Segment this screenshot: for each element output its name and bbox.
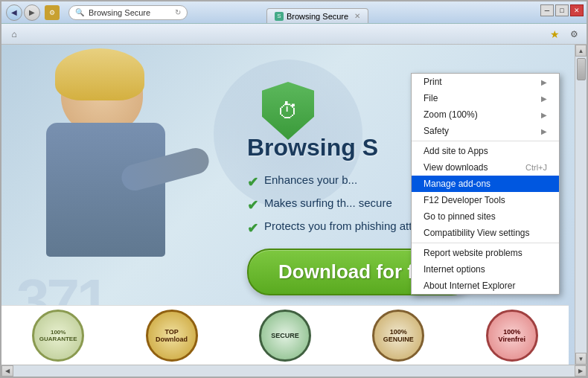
main-content: 371 ⏱	[1, 45, 575, 365]
forward-button[interactable]: ▶	[24, 4, 40, 21]
badge-genuine-label: 100%GENUINE	[383, 328, 414, 343]
menu-item-internet-options[interactable]: Internet options	[412, 261, 559, 278]
window-controls: ─ □ ✕	[540, 4, 584, 16]
badge-secure: SECURE	[259, 310, 311, 362]
scroll-up-button[interactable]: ▲	[575, 45, 587, 57]
badge-virusfrei-label: 100%Virenfrei	[499, 328, 525, 343]
menu-manage-addons-label: Manage add-ons	[424, 179, 490, 189]
address-bar[interactable]: 🔍 Browsing Secure ↻	[68, 5, 188, 20]
minimize-button[interactable]: ─	[540, 4, 554, 16]
back-button[interactable]: ◀	[6, 4, 22, 21]
scroll-track[interactable]	[575, 57, 587, 353]
menu-item-manage-addons[interactable]: Manage add-ons	[412, 176, 559, 192]
tab-favicon: S	[275, 12, 284, 21]
tab-close-button[interactable]: ✕	[354, 12, 360, 20]
menu-view-downloads-shortcut: Ctrl+J	[525, 163, 547, 172]
address-icons: ↻	[175, 8, 181, 16]
badge-genuine: 100%GENUINE	[372, 310, 424, 362]
active-tab[interactable]: S Browsing Secure ✕	[266, 8, 368, 23]
menu-item-zoom[interactable]: Zoom (100%) ▶	[412, 106, 559, 123]
badge-guarantee: 100%GUARANTEE	[32, 310, 84, 362]
tab-title: Browsing Secure	[287, 12, 348, 21]
security-icon: ⚙	[45, 5, 60, 20]
badges-bar: 100%GUARANTEE TOPDownload SECURE 100%GEN…	[1, 305, 569, 365]
scroll-track-h[interactable]	[13, 365, 575, 377]
toolbar: ⌂ ★ ⚙	[1, 24, 587, 45]
badge-virusfrei: 100%Virenfrei	[486, 310, 538, 362]
menu-print-arrow: ▶	[541, 78, 547, 86]
menu-item-safety[interactable]: Safety ▶	[412, 123, 559, 139]
menu-compat-view-label: Compatibility View settings	[424, 228, 530, 238]
menu-separator-2	[412, 243, 559, 243]
tab-bar: S Browsing Secure ✕	[262, 8, 373, 23]
scroll-thumb[interactable]	[577, 58, 586, 80]
menu-print-label: Print	[424, 77, 442, 87]
favorites-button[interactable]: ★	[546, 26, 563, 42]
menu-separator-1	[412, 141, 559, 141]
menu-add-site-label: Add site to Apps	[424, 146, 488, 156]
nav-buttons: ◀ ▶ ⚙ 🔍 Browsing Secure ↻	[6, 4, 192, 21]
address-text: Browsing Secure	[89, 8, 170, 17]
menu-item-report-problems[interactable]: Report website problems	[412, 245, 559, 261]
person-silhouette	[1, 45, 232, 305]
menu-zoom-arrow: ▶	[541, 111, 547, 119]
menu-zoom-label: Zoom (100%)	[424, 109, 478, 120]
browser-window: ◀ ▶ ⚙ 🔍 Browsing Secure ↻ S Browsing Sec…	[0, 0, 588, 378]
feature-text-3: Protects you from phishing attacts	[264, 220, 432, 232]
scroll-left-button[interactable]: ◀	[1, 365, 13, 377]
menu-item-add-site[interactable]: Add site to Apps	[412, 143, 559, 159]
refresh-icon[interactable]: ↻	[175, 8, 181, 16]
menu-about-ie-label: About Internet Explorer	[424, 281, 515, 291]
badge-top-download: TOPDownload	[146, 310, 198, 362]
menu-item-file[interactable]: File ▶	[412, 90, 559, 106]
menu-file-arrow: ▶	[541, 94, 547, 103]
maximize-button[interactable]: □	[555, 4, 569, 16]
menu-item-about-ie[interactable]: About Internet Explorer	[412, 278, 559, 294]
title-bar: ◀ ▶ ⚙ 🔍 Browsing Secure ↻ S Browsing Sec…	[1, 1, 587, 24]
feature-text-2: Makes surfing th... secure	[264, 196, 392, 209]
menu-internet-options-label: Internet options	[424, 264, 485, 275]
menu-pinned-sites-label: Go to pinned sites	[424, 211, 496, 222]
menu-item-dev-tools[interactable]: F12 Developer Tools	[412, 192, 559, 208]
browser-body: 371 ⏱	[1, 45, 587, 365]
menu-item-print[interactable]: Print ▶	[412, 74, 559, 90]
menu-dev-tools-label: F12 Developer Tools	[424, 195, 505, 205]
scroll-right-button[interactable]: ▶	[575, 365, 587, 377]
menu-file-label: File	[424, 93, 438, 103]
checkmark-icon-1: ✔	[247, 174, 258, 190]
home-button[interactable]: ⌂	[6, 26, 22, 42]
menu-item-compat-view[interactable]: Compatibility View settings	[412, 225, 559, 241]
feature-text-1: Enhances your b...	[264, 173, 357, 186]
context-menu: Print ▶ File ▶ Zoom (100%) ▶ Safety ▶ A	[411, 73, 560, 295]
menu-item-view-downloads[interactable]: View downloads Ctrl+J	[412, 159, 559, 176]
menu-view-downloads-label: View downloads	[424, 162, 488, 173]
menu-safety-arrow: ▶	[541, 127, 547, 135]
search-icon: 🔍	[75, 8, 84, 16]
badge-secure-label: SECURE	[271, 332, 299, 339]
checkmark-icon-2: ✔	[247, 197, 258, 214]
vertical-scrollbar[interactable]: ▲ ▼	[575, 45, 587, 365]
scroll-down-button[interactable]: ▼	[575, 353, 587, 365]
checkmark-icon-3: ✔	[247, 220, 258, 237]
badge-guarantee-label: 100%GUARANTEE	[39, 329, 77, 342]
menu-item-pinned-sites[interactable]: Go to pinned sites	[412, 208, 559, 225]
menu-safety-label: Safety	[424, 126, 449, 136]
badge-top-label: TOPDownload	[156, 328, 188, 343]
horizontal-scrollbar[interactable]: ◀ ▶	[1, 365, 587, 377]
menu-report-problems-label: Report website problems	[424, 248, 523, 258]
close-button[interactable]: ✕	[570, 4, 584, 16]
settings-button[interactable]: ⚙	[566, 26, 582, 42]
